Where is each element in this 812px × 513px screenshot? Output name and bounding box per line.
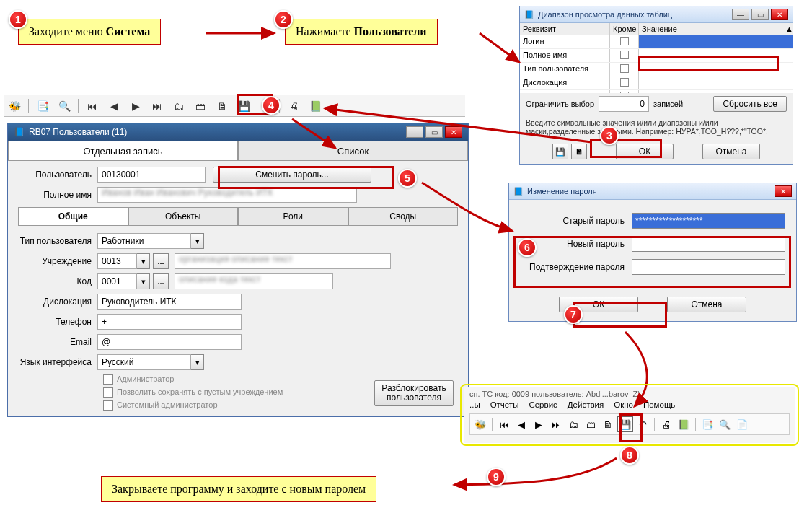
mini-nav-first-icon[interactable]: ⏮ [496,416,512,432]
minimize-button[interactable]: — [732,9,749,20]
label-dislocation: Дислокация [18,297,97,307]
save-range-icon[interactable]: 💾 [552,144,568,159]
mini-print-icon[interactable]: 🖨 [658,416,674,432]
menu-item-actions[interactable]: Действия [568,400,604,409]
callout-step2-text: Нажимаете [296,25,354,38]
label-org: Учреждение [18,256,97,266]
mini-find-icon[interactable]: 🔍 [717,416,733,432]
input-new-password[interactable] [632,236,785,252]
org-desc: организация описание текст [175,253,391,269]
label-confirm-password: Подтверждение пароля [520,262,632,272]
chevron-down-icon[interactable]: ▾ [137,273,150,289]
input-email[interactable] [97,334,242,350]
checkbox-empty-org[interactable] [103,387,113,398]
checkbox-admin[interactable] [103,374,113,385]
tool-cards-icon[interactable]: 🗂 [170,97,187,115]
tool-icon-copy[interactable]: 📑 [34,97,51,115]
lookup-code-button[interactable]: ... [153,273,169,289]
scrollbar-placeholder: ▲ [782,23,793,35]
tool-icon-1[interactable]: 🐝 [6,97,23,115]
menu-item-partial[interactable]: ..ы [469,400,480,409]
callout-step2-bold: Пользователи [354,25,427,38]
input-user[interactable] [97,167,206,183]
checkbox-sysadmin[interactable] [103,400,113,411]
lookup-org-button[interactable]: ... [153,253,169,269]
range-row-login[interactable]: Логин [520,35,793,49]
except-checkbox[interactable] [620,78,629,87]
except-checkbox[interactable] [620,51,629,59]
label-fullname: Полное имя [18,190,97,200]
close-button[interactable]: ✕ [775,185,792,197]
menu-item-service[interactable]: Сервис [529,400,557,409]
mini-extra-icon[interactable]: 📄 [734,416,750,432]
step-badge-5: 5 [398,169,417,188]
mini-save-icon[interactable]: 💾 [617,416,633,432]
code-desc: описание кода текст [175,273,333,289]
tool-save-icon[interactable]: 💾 [235,97,252,115]
combo-org[interactable] [97,253,137,269]
label-email: Email [18,337,97,347]
input-fullname[interactable]: Иванов Иван Иванович Руководитель ИТК [97,187,357,203]
step-badge-9: 9 [487,468,506,486]
except-checkbox[interactable] [620,64,629,73]
mini-cards-icon[interactable]: 🗂 [565,416,581,432]
input-confirm-password[interactable] [632,259,785,275]
range-row-usertype[interactable]: Тип пользователя [520,63,793,76]
mini-nav-prev-icon[interactable]: ◀ [513,416,529,432]
mini-book-icon[interactable]: 📗 [676,416,692,432]
nav-first-icon[interactable]: ⏮ [84,97,101,115]
unblock-user-button[interactable]: Разблокировать пользователя [374,380,454,406]
menu-item-reports[interactable]: Отчеты [490,400,519,409]
change-password-button[interactable]: Сменить пароль... [213,167,371,183]
tool-icon-find[interactable]: 🔍 [56,97,73,115]
callout-step1-bold: Система [106,25,151,38]
mini-nav-last-icon[interactable]: ⏭ [548,416,564,432]
except-checkbox[interactable] [620,92,629,93]
password-dialog-title-bar: 📘 Изменение пароля ✕ [509,183,796,200]
label-new-password: Новый пароль [520,239,632,249]
combo-language[interactable] [97,354,191,370]
step-badge-1: 1 [9,10,27,29]
tool-cards2-icon[interactable]: 🗃 [192,97,209,115]
mini-nav-next-icon[interactable]: ▶ [531,416,547,432]
input-phone[interactable] [97,314,242,330]
range-cancel-button[interactable]: Отмена [702,144,760,159]
nav-prev-icon[interactable]: ◀ [105,97,123,115]
chevron-down-icon[interactable]: ▾ [191,233,204,249]
mini-icon-1[interactable]: 🐝 [472,416,488,432]
range-row-dislocation[interactable]: Дислокация [520,76,793,90]
password-cancel-button[interactable]: Отмена [667,297,746,312]
tab-objects[interactable]: Объекты [128,207,239,225]
maximize-button[interactable]: ▭ [751,9,769,20]
range-ok-button[interactable]: ОК [616,144,674,159]
limit-input[interactable] [599,96,649,112]
mini-doc-icon[interactable]: 🗎 [600,416,616,432]
open-range-icon[interactable]: 🗎 [571,144,587,159]
tab-single-record[interactable]: Отдельная запись [8,141,238,161]
range-row-org[interactable]: Учреждение 0009 [520,90,793,93]
nav-next-icon[interactable]: ▶ [127,97,144,115]
chevron-down-icon[interactable]: ▾ [137,253,150,269]
step-badge-4: 4 [262,96,281,115]
tool-print-icon[interactable]: 🖨 [285,97,302,115]
close-button[interactable]: ✕ [771,9,788,20]
callout-step9: Закрываете программу и заходите с новым … [101,476,376,502]
tab-roles[interactable]: Роли [238,207,348,225]
password-dialog: 📘 Изменение пароля ✕ Старый пароль Новый… [508,183,797,322]
mini-copy-icon[interactable]: 📑 [700,416,715,432]
tab-general[interactable]: Общие [18,207,128,225]
combo-code[interactable] [97,273,137,289]
users-window: 📘 RB07 Пользователи (11) — ▭ ✕ Отдельная… [7,123,469,417]
mini-cards2-icon[interactable]: 🗃 [583,416,599,432]
input-dislocation[interactable] [97,294,242,310]
input-old-password[interactable] [632,213,785,229]
combo-usertype[interactable] [97,233,191,249]
reset-all-button[interactable]: Сбросить все [713,96,787,112]
range-row-fullname[interactable]: Полное имя [520,49,793,63]
tool-doc-icon[interactable]: 🗎 [213,97,231,115]
nav-last-icon[interactable]: ⏭ [149,97,166,115]
mini-undo-icon[interactable]: ↶ [635,416,650,432]
mini-toolbar: 🐝 ⏮ ◀ ▶ ⏭ 🗂 🗃 🗎 💾 ↶ 🖨 📗 📑 🔍 📄 [469,413,790,435]
chevron-down-icon[interactable]: ▾ [191,354,204,370]
except-checkbox[interactable] [620,37,629,45]
